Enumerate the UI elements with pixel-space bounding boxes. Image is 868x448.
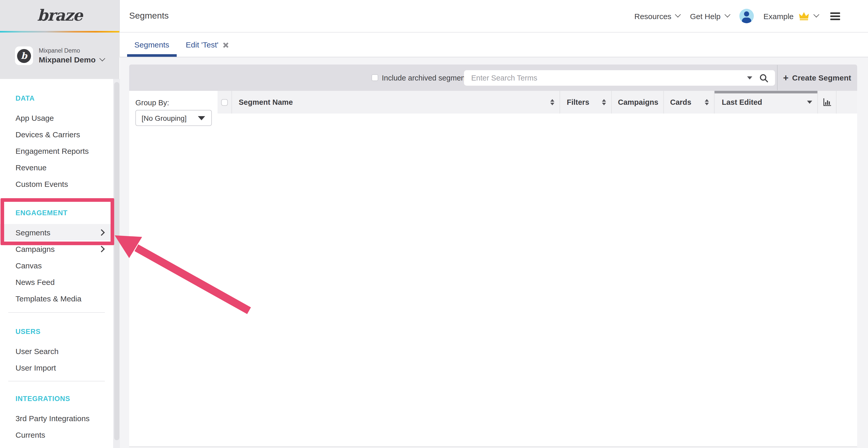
create-segment-button[interactable]: + Create Segment (777, 65, 857, 91)
sidebar-item-app-usage[interactable]: App Usage (0, 109, 113, 126)
bar-chart-icon (823, 98, 831, 106)
search-dropdown-caret-icon[interactable] (747, 76, 752, 79)
crown-icon (798, 11, 810, 21)
annotation-highlight-box (1, 198, 114, 245)
chevron-down-icon (724, 12, 730, 18)
content-area: Include archived segments + Create Segme… (120, 57, 868, 448)
top-header: Segments Resources Get Help Example (119, 0, 868, 33)
sidebar-brand-area: braze b Mixpanel Demo Mixpanel Demo (0, 0, 119, 79)
sidebar-item-revenue[interactable]: Revenue (0, 159, 113, 175)
sidebar: DATA App Usage Devices & Carriers Engage… (0, 79, 113, 448)
segments-table-body (218, 113, 857, 446)
sidebar-item-3rd-party-integrations[interactable]: 3rd Party Integrations (0, 410, 113, 426)
sidebar-item-devices-carriers[interactable]: Devices & Carriers (0, 126, 113, 142)
tab-edit-test[interactable]: Edit 'Test' (179, 33, 236, 57)
sidebar-section-users: USERS (0, 323, 113, 340)
sidebar-scrollbar-track[interactable] (113, 79, 120, 448)
chevron-down-icon (813, 12, 819, 18)
chevron-down-icon (99, 55, 105, 61)
column-spacer (836, 91, 857, 113)
column-campaigns[interactable]: Campaigns (611, 91, 663, 113)
sort-icon[interactable] (602, 99, 606, 105)
sidebar-item-engagement-reports[interactable]: Engagement Reports (0, 142, 113, 159)
include-archived-checkbox[interactable] (371, 74, 378, 81)
user-account-menu[interactable]: Example (764, 11, 818, 21)
sorted-column-indicator (715, 91, 817, 94)
group-by-label: Group By: (135, 99, 169, 107)
group-by-value: [No Grouping] (136, 114, 187, 122)
segments-table-header: Segment Name Filters Campaigns Cards Las… (218, 91, 857, 113)
get-help-menu[interactable]: Get Help (690, 12, 729, 21)
column-last-edited[interactable]: Last Edited (714, 91, 817, 113)
sort-icon[interactable] (705, 99, 709, 105)
segments-toolbar: Include archived segments + Create Segme… (129, 65, 857, 91)
column-segment-name[interactable]: Segment Name (231, 91, 560, 113)
sidebar-item-currents[interactable]: Currents (0, 426, 113, 443)
group-by-select[interactable]: [No Grouping] (135, 110, 212, 126)
resources-menu[interactable]: Resources (634, 12, 680, 21)
column-chart-toggle[interactable] (817, 91, 836, 113)
braze-dashboard: braze b Mixpanel Demo Mixpanel Demo DATA… (0, 0, 868, 448)
sidebar-item-custom-events[interactable]: Custom Events (0, 175, 113, 192)
page-title: Segments (129, 11, 169, 21)
segments-pane: Include archived segments + Create Segme… (129, 65, 857, 447)
select-all-cell (218, 91, 231, 113)
group-by-panel: Group By: [No Grouping] (129, 91, 218, 446)
column-filters[interactable]: Filters (560, 91, 611, 113)
search-icon[interactable] (760, 74, 768, 82)
sidebar-scrollbar-thumb[interactable] (114, 82, 119, 440)
column-cards[interactable]: Cards (663, 91, 714, 113)
sidebar-section-integrations: INTEGRATIONS (0, 390, 113, 407)
braze-logo[interactable]: braze (0, 0, 119, 30)
sidebar-item-user-search[interactable]: User Search (0, 343, 113, 359)
search-input[interactable] (464, 74, 745, 82)
workspace-app-label: Mixpanel Demo (39, 47, 104, 54)
sidebar-item-templates-media[interactable]: Templates & Media (0, 290, 113, 307)
sort-icon[interactable] (550, 99, 554, 105)
workspace-initial: b (17, 49, 31, 63)
include-archived-label: Include archived segments (382, 74, 471, 82)
sidebar-item-news-feed[interactable]: News Feed (0, 274, 113, 290)
sidebar-divider (8, 381, 105, 381)
close-icon[interactable] (223, 41, 229, 48)
sidebar-divider (8, 312, 105, 313)
user-name: Example (764, 12, 794, 21)
sidebar-item-canvas[interactable]: Canvas (0, 257, 113, 274)
user-avatar[interactable] (739, 9, 753, 23)
workspace-name: Mixpanel Demo (39, 55, 96, 64)
chevron-down-icon (675, 12, 681, 18)
chevron-right-icon (98, 245, 104, 252)
plus-icon: + (783, 73, 788, 82)
dropdown-arrow-icon (198, 116, 205, 120)
tab-segments[interactable]: Segments (127, 33, 177, 57)
hamburger-menu-icon[interactable] (830, 12, 840, 20)
select-all-checkbox[interactable] (221, 99, 228, 106)
sidebar-item-user-import[interactable]: User Import (0, 359, 113, 376)
workspace-icon: b (15, 46, 33, 65)
sort-direction-caret-icon (807, 101, 812, 104)
workspace-switcher[interactable]: b Mixpanel Demo Mixpanel Demo (0, 33, 119, 79)
sidebar-section-data: DATA (0, 90, 113, 106)
search-box (464, 70, 775, 86)
tab-bar: Segments Edit 'Test' (119, 33, 868, 57)
